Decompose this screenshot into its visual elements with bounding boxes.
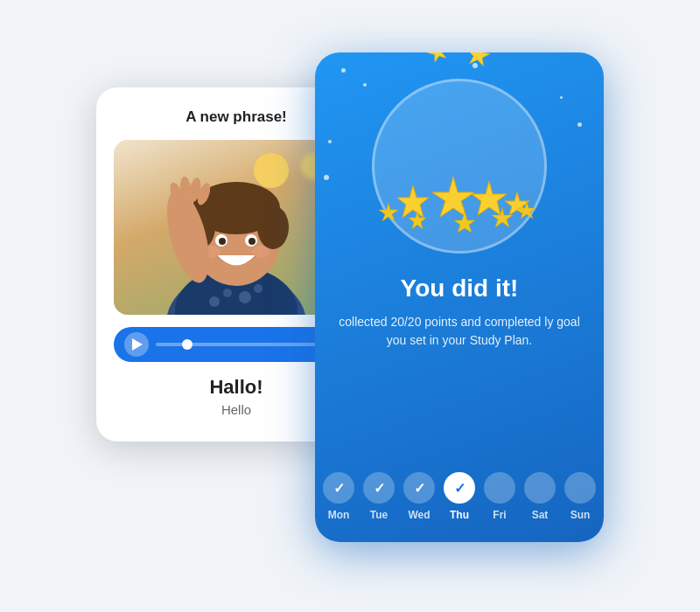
day-item-mon: ✓Mon	[323, 472, 354, 521]
day-item-wed: ✓Wed	[403, 472, 435, 521]
svg-point-2	[209, 296, 220, 307]
day-item-thu: ✓Thu	[444, 472, 475, 521]
day-label-wed: Wed	[408, 509, 430, 521]
checkmark-icon: ✓	[374, 480, 385, 497]
svg-marker-23	[466, 52, 492, 66]
day-circle-wed: ✓	[403, 472, 435, 504]
day-label-thu: Thu	[450, 509, 469, 521]
svg-marker-32	[379, 203, 398, 221]
audio-progress-track[interactable]	[156, 343, 329, 346]
svg-marker-30	[472, 181, 507, 215]
star-pile-svg	[376, 133, 542, 247]
days-row: ✓Mon✓Tue✓Wed✓ThuFriSatSun	[323, 472, 596, 521]
checkmark-icon: ✓	[333, 480, 345, 497]
day-item-tue: ✓Tue	[363, 472, 395, 521]
svg-point-14	[248, 238, 256, 245]
day-label-sun: Sun	[570, 509, 591, 521]
play-icon	[132, 338, 143, 351]
play-button[interactable]	[124, 332, 149, 357]
audio-progress-dot	[182, 339, 192, 350]
svg-point-5	[254, 284, 262, 293]
falling-stars-svg	[372, 52, 547, 99]
svg-marker-29	[432, 177, 474, 217]
day-label-fri: Fri	[493, 509, 506, 521]
day-label-mon: Mon	[328, 509, 350, 521]
person-svg	[140, 149, 332, 315]
day-circle-sun	[564, 472, 596, 504]
achievement-title: You did it!	[401, 275, 519, 303]
day-item-sat: Sat	[524, 472, 556, 521]
achievement-desc: collected 20/20 points and completed ly …	[332, 313, 586, 350]
checkmark-icon: ✓	[454, 480, 466, 497]
svg-marker-34	[454, 212, 475, 233]
day-item-sun: Sun	[564, 472, 596, 521]
svg-marker-33	[409, 212, 426, 229]
achievement-card: You did it! collected 20/20 points and c…	[315, 52, 604, 542]
svg-marker-28	[397, 185, 429, 218]
checkmark-icon: ✓	[414, 480, 425, 497]
day-label-tue: Tue	[370, 509, 388, 521]
day-label-sat: Sat	[532, 509, 549, 521]
stars-circle	[372, 79, 547, 254]
day-circle-thu: ✓	[444, 472, 475, 504]
cards-container: A new phrase!	[96, 52, 604, 560]
day-item-fri: Fri	[484, 472, 515, 521]
day-circle-tue: ✓	[363, 472, 395, 504]
svg-point-4	[239, 291, 251, 303]
svg-point-13	[219, 238, 226, 245]
day-circle-fri	[484, 472, 515, 504]
svg-point-10	[257, 205, 289, 249]
svg-point-3	[223, 289, 232, 297]
svg-marker-22	[425, 52, 450, 63]
day-circle-sat	[524, 472, 556, 504]
svg-point-16	[252, 246, 270, 258]
day-circle-mon: ✓	[323, 472, 354, 504]
